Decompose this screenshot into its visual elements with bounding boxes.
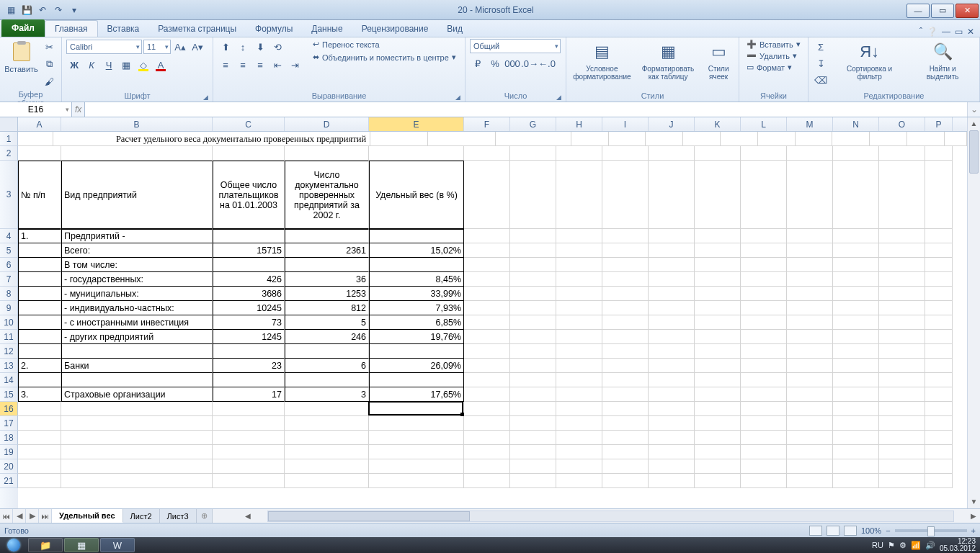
- row-header[interactable]: 14: [0, 373, 18, 387]
- cell[interactable]: [787, 402, 833, 416]
- align-bottom-icon[interactable]: ⬇: [252, 39, 268, 55]
- cell[interactable]: [879, 359, 925, 373]
- cell[interactable]: [649, 301, 695, 315]
- tray-network-icon[interactable]: 📶: [911, 541, 921, 550]
- cell[interactable]: [787, 387, 833, 402]
- cell[interactable]: [879, 243, 925, 258]
- cell[interactable]: [879, 431, 925, 445]
- percent-icon[interactable]: %: [487, 55, 503, 71]
- cell[interactable]: [464, 416, 510, 431]
- align-middle-icon[interactable]: ↕: [235, 39, 251, 55]
- cell[interactable]: [18, 445, 61, 459]
- cell[interactable]: [18, 373, 61, 387]
- cell[interactable]: [833, 387, 879, 402]
- border-icon[interactable]: ▦: [118, 57, 134, 73]
- redo-icon[interactable]: ↷: [52, 4, 65, 17]
- cell[interactable]: [609, 132, 646, 146]
- cell[interactable]: [556, 387, 602, 402]
- cell[interactable]: Всего:: [61, 243, 213, 258]
- cell[interactable]: [510, 416, 556, 431]
- tab-formulas[interactable]: Формулы: [246, 21, 302, 37]
- cell[interactable]: [464, 287, 510, 301]
- cell[interactable]: [833, 272, 879, 287]
- cell[interactable]: [787, 161, 833, 229]
- cell[interactable]: [787, 229, 833, 243]
- cell[interactable]: [464, 272, 510, 287]
- cell[interactable]: [369, 431, 464, 445]
- cell[interactable]: [464, 445, 510, 459]
- cell[interactable]: [695, 416, 741, 431]
- help-icon[interactable]: ❔: [927, 27, 937, 37]
- cell[interactable]: [18, 272, 61, 287]
- tab-view[interactable]: Вид: [437, 21, 472, 37]
- cell[interactable]: [695, 459, 741, 474]
- cell[interactable]: [925, 229, 953, 243]
- cell[interactable]: [285, 459, 369, 474]
- cell[interactable]: [741, 229, 787, 243]
- cell[interactable]: [285, 431, 369, 445]
- cell[interactable]: [695, 243, 741, 258]
- sheet-next-icon[interactable]: ▶: [26, 509, 39, 523]
- select-all-button[interactable]: [0, 117, 18, 132]
- cell[interactable]: [556, 373, 602, 387]
- cell[interactable]: [464, 459, 510, 474]
- cell[interactable]: [369, 373, 464, 387]
- copy-icon[interactable]: ⧉: [41, 56, 57, 72]
- cell[interactable]: [879, 258, 925, 272]
- cell[interactable]: [833, 330, 879, 344]
- cell[interactable]: [496, 132, 571, 146]
- column-header[interactable]: D: [285, 117, 369, 131]
- cell[interactable]: [787, 459, 833, 474]
- cell[interactable]: [649, 161, 695, 229]
- cell[interactable]: [510, 344, 556, 359]
- cell[interactable]: [285, 258, 369, 272]
- cell[interactable]: [649, 431, 695, 445]
- cell[interactable]: 17: [213, 387, 285, 402]
- row-header[interactable]: 15: [0, 387, 18, 402]
- cell[interactable]: [510, 431, 556, 445]
- maximize-button[interactable]: ▭: [931, 4, 954, 18]
- cell[interactable]: [602, 373, 649, 387]
- cell[interactable]: [556, 359, 602, 373]
- cell[interactable]: [510, 330, 556, 344]
- cell[interactable]: [369, 258, 464, 272]
- cell[interactable]: [741, 402, 787, 416]
- cell[interactable]: [556, 229, 602, 243]
- cell[interactable]: 15715: [213, 243, 285, 258]
- cell[interactable]: [787, 474, 833, 488]
- cell[interactable]: [879, 146, 925, 161]
- horizontal-scrollbar[interactable]: ◀ ▶: [241, 509, 980, 523]
- cell[interactable]: [879, 416, 925, 431]
- cell[interactable]: [879, 459, 925, 474]
- cell[interactable]: [741, 459, 787, 474]
- cell[interactable]: [787, 344, 833, 359]
- increase-decimal-icon[interactable]: .0→: [522, 55, 538, 71]
- cell[interactable]: Банки: [61, 359, 213, 373]
- minimize-ribbon-icon[interactable]: ˆ: [919, 27, 922, 37]
- cell[interactable]: [695, 301, 741, 315]
- view-normal-icon[interactable]: [809, 526, 822, 536]
- cell[interactable]: [61, 431, 213, 445]
- excel-taskbar-icon[interactable]: ▦: [64, 538, 99, 552]
- cell[interactable]: [695, 474, 741, 488]
- hscroll-left-icon[interactable]: ◀: [241, 510, 254, 523]
- cell[interactable]: [285, 402, 369, 416]
- cell[interactable]: [945, 132, 967, 146]
- minimize-button[interactable]: —: [906, 4, 930, 18]
- cell[interactable]: [369, 474, 464, 488]
- cell[interactable]: Предприятий -: [61, 229, 213, 243]
- cell[interactable]: [879, 445, 925, 459]
- cell[interactable]: [833, 229, 879, 243]
- cell[interactable]: 19,76%: [369, 330, 464, 344]
- cell[interactable]: [925, 474, 953, 488]
- expand-formula-icon[interactable]: ⌄: [967, 102, 980, 117]
- cell[interactable]: [602, 287, 649, 301]
- tab-home[interactable]: Главная: [45, 20, 98, 37]
- cell[interactable]: [787, 359, 833, 373]
- row-header[interactable]: 8: [0, 287, 18, 301]
- cell[interactable]: Страховые организации: [61, 387, 213, 402]
- qat-more-icon[interactable]: ▾: [68, 4, 81, 17]
- row-header[interactable]: 11: [0, 330, 18, 344]
- cell[interactable]: [369, 445, 464, 459]
- cell[interactable]: - индивидуально-частных:: [61, 301, 213, 315]
